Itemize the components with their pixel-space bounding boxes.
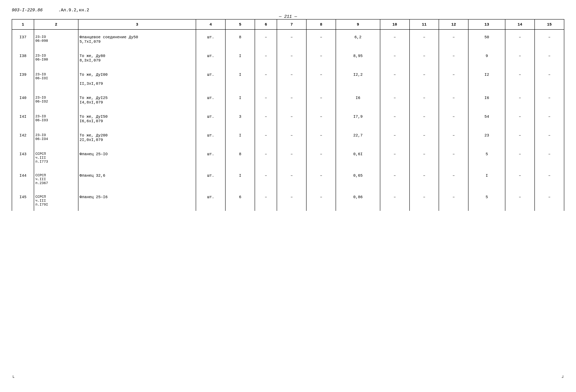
row-col-4: шт.	[196, 113, 225, 124]
row-number: I38	[12, 52, 34, 63]
row-col-10: –	[380, 70, 409, 87]
row-col-10: –	[380, 94, 409, 105]
spacer-row	[12, 90, 564, 94]
row-col-9: I6	[336, 94, 380, 105]
row-col-6: –	[255, 70, 277, 87]
row-col-14: –	[505, 150, 535, 164]
row-code: 23–IO 06–I00	[34, 52, 78, 63]
row-description: То же, ДуI50 I6,6хI,079	[78, 113, 196, 124]
spacer-row	[12, 207, 564, 211]
row-col-12: –	[439, 70, 468, 87]
spacer-row	[12, 164, 564, 168]
row-col-14: –	[505, 33, 535, 45]
spacer-row	[12, 109, 564, 113]
row-col-8: –	[306, 33, 336, 45]
table-row: I4023–IO 06–IO2То же, ДуI25 I4,8хI,079шт…	[12, 94, 564, 105]
spacer-row	[12, 143, 564, 147]
table-row: I4223–IO 06–IO4То же, Ду200 2I,0хI,079шт…	[12, 131, 564, 143]
spacer-row	[12, 168, 564, 171]
col-header-8: 8	[306, 19, 336, 30]
row-col-14: –	[505, 171, 535, 186]
row-col-4: шт.	[196, 193, 225, 207]
row-col-12: –	[439, 131, 468, 143]
row-col-5: 3	[225, 113, 255, 124]
row-col-12: –	[439, 52, 468, 63]
row-col-13: 50	[468, 33, 505, 45]
row-code: ССРСП ч.III п.I773	[34, 150, 78, 164]
row-code: ССРСП ч.III п.I79I	[34, 193, 78, 207]
col-header-3: 3	[78, 19, 196, 30]
row-col-4: шт.	[196, 33, 225, 45]
row-code: 23–IO 06–IO3	[34, 113, 78, 124]
row-col-10: –	[380, 193, 409, 207]
row-col-11: –	[409, 52, 439, 63]
table-row: I45ССРСП ч.III п.I79IФланец 25–I6шт.6–––…	[12, 193, 564, 207]
spacer-row	[12, 67, 564, 70]
row-col-8: –	[306, 94, 336, 105]
table-row: I4I23–IO 06–IO3То же, ДуI50 I6,6хI,079шт…	[12, 113, 564, 124]
spacer-row	[12, 124, 564, 128]
doc-ref: .Ал.9.2,кн.2	[58, 8, 89, 13]
row-col-14: –	[505, 52, 535, 63]
col-header-9: 9	[336, 19, 380, 30]
row-col-11: –	[409, 113, 439, 124]
spacer-row	[12, 128, 564, 131]
row-col-10: –	[380, 131, 409, 143]
spacer-row	[12, 147, 564, 150]
col-header-2: 2	[34, 19, 78, 30]
row-col-12: –	[439, 150, 468, 164]
row-col-8: –	[306, 113, 336, 124]
row-col-4: шт.	[196, 70, 225, 87]
row-col-14: –	[505, 193, 535, 207]
corner-bottom-left: └	[12, 375, 14, 380]
row-number: I45	[12, 193, 34, 207]
row-col-15: –	[535, 52, 564, 63]
row-description: Фланец 25–IO	[78, 150, 196, 164]
row-col-7: –	[277, 70, 306, 87]
row-col-11: –	[409, 171, 439, 186]
spacer-row	[12, 45, 564, 48]
table-row: I43ССРСП ч.III п.I773Фланец 25–IOшт.8–––…	[12, 150, 564, 164]
row-col-15: –	[535, 33, 564, 45]
row-code: 23–IO 06–IO4	[34, 131, 78, 143]
row-col-4: шт.	[196, 52, 225, 63]
main-table: 1 2 3 4 5 6 7 8 9 10 11 12 13 14 15 I372…	[12, 19, 564, 211]
page: 903-I-229.86 .Ал.9.2,кн.2 — 211 — 1 2 3 …	[0, 0, 576, 392]
row-col-4: шт.	[196, 171, 225, 186]
row-col-5: 6	[225, 193, 255, 207]
col-header-4: 4	[196, 19, 225, 30]
row-col-15: –	[535, 171, 564, 186]
spacer-row	[12, 189, 564, 193]
row-description: То же, ДуI25 I4,8хI,079	[78, 94, 196, 105]
row-col-13: 23	[468, 131, 505, 143]
row-number: I42	[12, 131, 34, 143]
row-col-5: 8	[225, 150, 255, 164]
row-col-10: –	[380, 33, 409, 45]
row-col-9: 8,95	[336, 52, 380, 63]
row-col-7: –	[277, 193, 306, 207]
row-col-6: –	[255, 94, 277, 105]
row-col-6: –	[255, 113, 277, 124]
row-code: 23–IO 06–098	[34, 33, 78, 45]
corner-bottom-right: ┘	[562, 375, 564, 380]
row-description: То же, ДуI00 II,3хI,079	[78, 70, 196, 87]
header-meta: 903-I-229.86 .Ал.9.2,кн.2	[12, 8, 564, 13]
row-col-5: I	[225, 52, 255, 63]
row-col-10: –	[380, 171, 409, 186]
doc-number: 903-I-229.86	[12, 8, 43, 13]
row-col-13: I2	[468, 70, 505, 87]
row-col-11: –	[409, 70, 439, 87]
col-header-14: 14	[505, 19, 535, 30]
row-description: То же, Ду200 2I,0хI,079	[78, 131, 196, 143]
row-number: I44	[12, 171, 34, 186]
row-col-9: 0,86	[336, 193, 380, 207]
row-col-12: –	[439, 171, 468, 186]
row-description: Фланец 25–I6	[78, 193, 196, 207]
row-col-7: –	[277, 150, 306, 164]
col-header-13: 13	[468, 19, 505, 30]
row-col-11: –	[409, 33, 439, 45]
row-col-5: I	[225, 70, 255, 87]
row-code: 23–IO 06–IO2	[34, 94, 78, 105]
row-col-4: шт.	[196, 131, 225, 143]
row-col-14: –	[505, 70, 535, 87]
